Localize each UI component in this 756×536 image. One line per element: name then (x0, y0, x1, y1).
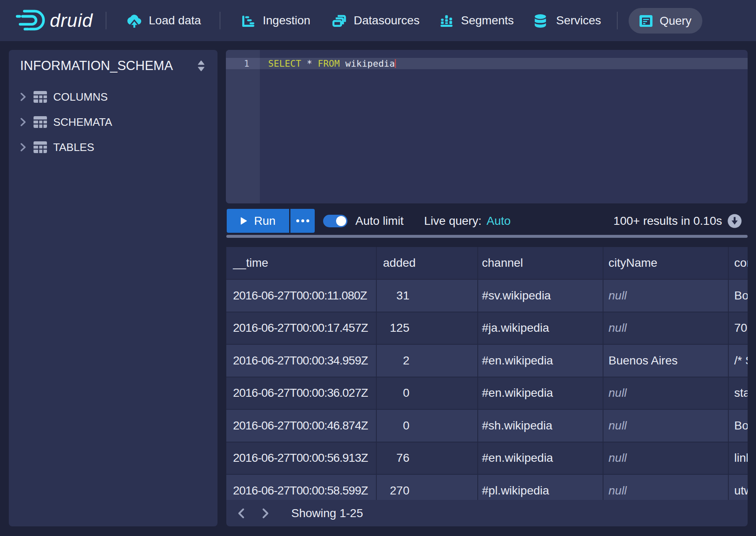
cell-comment[interactable]: Bot: Automatska zamjena teksta (729, 410, 748, 442)
run-button[interactable]: Run (227, 209, 289, 233)
cell-comment[interactable]: started (729, 377, 748, 410)
schema-sidebar: INFORMATION_SCHEMA COLUMNS (9, 50, 217, 526)
cell-comment[interactable]: Botskapande Indonesien omdirigering (729, 280, 748, 312)
nav-item-query[interactable]: Query (629, 8, 702, 34)
nav-item-services[interactable]: Services (535, 0, 601, 41)
cell-comment[interactable]: 70.1 (729, 312, 748, 345)
toggle-knob (336, 216, 346, 226)
druid-logo[interactable]: druid (17, 0, 93, 41)
nav-item-label: Services (556, 14, 601, 27)
editor-gutter (226, 50, 260, 203)
schema-table-name: SCHEMATA (53, 116, 112, 129)
cell-channel[interactable]: #en.wikipedia (478, 377, 603, 410)
dot (306, 219, 309, 222)
cell-added[interactable]: 76 (377, 442, 478, 475)
chevron-right-icon[interactable] (18, 92, 28, 101)
sql-token-plain: wikipedia (340, 58, 395, 69)
cell-channel[interactable]: #ja.wikipedia (478, 312, 603, 345)
chevron-right-icon[interactable] (18, 117, 28, 127)
cell-__time[interactable]: 2016-06-27T00:00:56.913Z (226, 442, 377, 475)
live-query-caption: Live query: (424, 214, 482, 228)
download-button[interactable] (728, 214, 742, 228)
next-page-button[interactable] (259, 507, 271, 519)
cell-channel[interactable]: #sh.wikipedia (478, 410, 603, 442)
pagination-bar: Showing 1-25 (226, 500, 748, 526)
cell-comment[interactable]: /* Status of peremptory norms under inte… (729, 345, 748, 377)
multi-select-icon (332, 14, 346, 28)
schema-tree-item[interactable]: SCHEMATA (9, 109, 217, 135)
sql-token-plain: * (301, 58, 318, 69)
editor-cursor (395, 59, 396, 68)
druid-logo-icon (17, 9, 44, 32)
query-editor[interactable]: 1 SELECT * FROM wikipedia (226, 50, 748, 203)
schema-tree-item[interactable]: TABLES (9, 135, 217, 160)
table-row: 2016-06-27T00:00:11.080Z31#sv.wikipedian… (226, 280, 748, 312)
table-icon (34, 141, 47, 153)
cell-added[interactable]: 0 (377, 410, 478, 442)
pane-splitter[interactable] (226, 235, 748, 238)
play-icon (240, 217, 247, 225)
nav-divider (220, 12, 220, 29)
top-nav: druid Load data Ingestion (0, 0, 756, 41)
double-caret-vertical-icon[interactable] (197, 60, 205, 71)
nav-divider (106, 12, 106, 29)
prev-page-button[interactable] (236, 507, 247, 519)
cell-added[interactable]: 125 (377, 312, 478, 345)
cell-cityName[interactable]: null (603, 312, 729, 345)
cell-cityName[interactable]: null (603, 442, 729, 475)
cell-channel[interactable]: #en.wikipedia (478, 345, 603, 377)
editor-line-number: 1 (226, 58, 260, 69)
results-table: __timeaddedchannelcityNamecomment2016-06… (226, 247, 748, 526)
nav-item-label: Ingestion (263, 14, 311, 27)
cell-channel[interactable]: #en.wikipedia (478, 442, 603, 475)
cloud-upload-icon (127, 14, 141, 28)
table-icon (34, 116, 47, 128)
cell-cityName[interactable]: Buenos Aires (603, 345, 729, 377)
sql-query-text[interactable]: SELECT * FROM wikipedia (268, 58, 396, 69)
run-button-label: Run (254, 214, 275, 228)
column-header-channel[interactable]: channel (478, 247, 603, 280)
dot (301, 219, 304, 222)
cell-added[interactable]: 31 (377, 280, 478, 312)
column-header-__time[interactable]: __time (226, 247, 377, 280)
results-info: 100+ results in 0.10s (545, 209, 722, 233)
nav-item-ingestion[interactable]: Ingestion (241, 0, 311, 41)
cell-cityName[interactable]: null (603, 377, 729, 410)
column-header-comment[interactable]: comment (729, 247, 748, 280)
console-icon (639, 15, 652, 27)
chevron-right-icon[interactable] (18, 143, 28, 152)
nav-item-datasources[interactable]: Datasources (332, 0, 419, 41)
cell-__time[interactable]: 2016-06-27T00:00:46.874Z (226, 410, 377, 442)
nav-item-load-data[interactable]: Load data (127, 0, 201, 41)
auto-limit-toggle[interactable] (323, 215, 347, 227)
cell-added[interactable]: 0 (377, 377, 478, 410)
table-header-row: __timeaddedchannelcityNamecomment (226, 247, 748, 280)
cell-__time[interactable]: 2016-06-27T00:00:36.027Z (226, 377, 377, 410)
download-icon (728, 214, 742, 228)
cell-cityName[interactable]: null (603, 280, 729, 312)
live-query-label: Live query: Auto (424, 209, 511, 233)
column-header-cityName[interactable]: cityName (603, 247, 729, 280)
column-header-added[interactable]: added (377, 247, 478, 280)
nav-divider (617, 12, 618, 29)
cell-channel[interactable]: #sv.wikipedia (478, 280, 603, 312)
dot (296, 219, 299, 222)
stacked-chart-icon (440, 14, 453, 28)
table-row: 2016-06-27T00:00:34.959Z2#en.wikipediaBu… (226, 345, 748, 377)
cell-added[interactable]: 2 (377, 345, 478, 377)
cell-__time[interactable]: 2016-06-27T00:00:11.080Z (226, 280, 377, 312)
live-query-value[interactable]: Auto (487, 214, 511, 228)
cell-cityName[interactable]: null (603, 410, 729, 442)
schema-tree-item[interactable]: COLUMNS (9, 84, 217, 109)
table-row: 2016-06-27T00:00:36.027Z0#en.wikipedianu… (226, 377, 748, 410)
nav-item-label: Datasources (354, 14, 419, 27)
chevron-right-icon (259, 507, 271, 519)
run-more-button[interactable] (290, 209, 315, 233)
cell-comment[interactable]: links (729, 442, 748, 475)
nav-item-segments[interactable]: Segments (440, 0, 514, 41)
cell-__time[interactable]: 2016-06-27T00:00:17.457Z (226, 312, 377, 345)
table-row: 2016-06-27T00:00:46.874Z0#sh.wikipedianu… (226, 410, 748, 442)
schema-tree: COLUMNS SCHEMATA (9, 84, 217, 160)
cell-__time[interactable]: 2016-06-27T00:00:34.959Z (226, 345, 377, 377)
sql-token-keyword: FROM (318, 58, 340, 69)
